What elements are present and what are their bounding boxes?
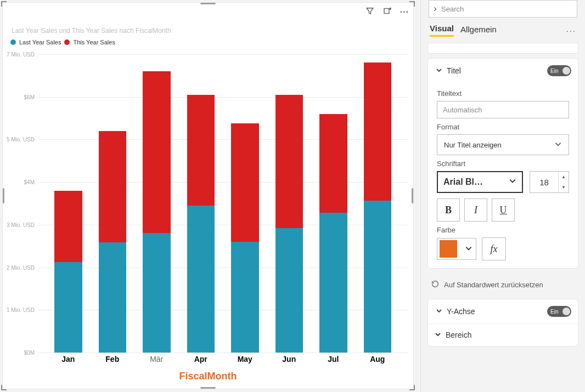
chart-title: Last Year Sales und This Year Sales nach… <box>12 27 171 35</box>
bar-segment-this-year[interactable] <box>187 95 215 206</box>
bar-segment-this-year[interactable] <box>231 123 259 242</box>
bar-segment-last-year[interactable] <box>143 233 171 353</box>
resize-handle-left[interactable] <box>3 188 4 203</box>
x-axis-tick: May <box>223 355 267 363</box>
titel-toggle[interactable]: Ein <box>547 65 571 76</box>
chevron-down-icon <box>435 307 443 316</box>
card-bereich-header[interactable]: Bereich <box>428 323 578 346</box>
resize-corner-br[interactable] <box>409 385 415 390</box>
chart-visual[interactable]: ··· Last Year Sales und This Year Sales … <box>2 2 414 389</box>
gridline <box>38 182 408 183</box>
collapsed-card-placeholder[interactable] <box>428 43 578 54</box>
bar-segment-last-year[interactable] <box>231 242 259 353</box>
x-axis-tick: Aug <box>356 355 400 363</box>
gridline <box>38 139 408 140</box>
bar-group[interactable]: Jun <box>275 50 303 353</box>
resize-corner-bl[interactable] <box>1 385 7 390</box>
bar-segment-last-year[interactable] <box>54 262 82 353</box>
format-pane: › Search Visual Allgemein ··· Titel Ein <box>420 0 585 392</box>
search-placeholder: Search <box>441 5 464 13</box>
bar-segment-this-year[interactable] <box>143 71 171 233</box>
color-swatch <box>440 240 457 258</box>
stepper-up[interactable]: ▲ <box>559 172 569 182</box>
underline-button[interactable]: U <box>492 198 515 221</box>
bar-group[interactable]: Feb <box>99 50 127 353</box>
card-titel-label: Titel <box>447 66 461 75</box>
format-label: Format <box>437 123 569 131</box>
y-axis-tick: $0M <box>6 350 35 356</box>
pane-more-icon[interactable]: ··· <box>566 26 576 35</box>
gridline <box>38 353 408 353</box>
stepper-down[interactable]: ▼ <box>559 182 569 192</box>
font-family-select[interactable]: Arial Bl… <box>437 171 523 193</box>
x-axis-tick: Mär <box>134 355 178 363</box>
focus-mode-icon[interactable] <box>383 6 392 18</box>
italic-button[interactable]: I <box>464 198 487 221</box>
card-y-achse: Y-Achse Ein Bereich <box>428 299 578 346</box>
gridline <box>38 268 408 268</box>
reset-icon <box>431 280 440 290</box>
titletext-input[interactable]: Automatisch <box>437 101 569 118</box>
gridline <box>38 310 408 310</box>
x-axis-tick: Jun <box>267 355 311 363</box>
bar-group[interactable]: Aug <box>364 50 392 353</box>
y-achse-toggle[interactable]: Ein <box>547 306 571 317</box>
bar-segment-last-year[interactable] <box>364 201 392 353</box>
toggle-label: Ein <box>550 68 558 74</box>
chart-plot-area: $0M1 Mio. USD2 Mio. USD3 Mio. USD$4M5 Mi… <box>38 50 408 353</box>
bar-segment-this-year[interactable] <box>275 95 303 228</box>
fx-button[interactable]: fx <box>482 237 506 260</box>
toggle-label: Ein <box>550 309 558 315</box>
bar-group[interactable]: May <box>231 50 259 353</box>
card-titel-header[interactable]: Titel Ein <box>428 59 578 83</box>
tab-general[interactable]: Allgemein <box>460 25 497 36</box>
bar-segment-last-year[interactable] <box>99 242 127 353</box>
legend-label-last-year: Last Year Sales <box>19 39 61 46</box>
card-titel: Titel Ein Titeltext Automatisch Format N… <box>428 58 578 269</box>
bold-button[interactable]: B <box>437 198 460 221</box>
color-picker[interactable] <box>437 238 476 260</box>
chevron-down-icon <box>435 331 441 339</box>
resize-handle-bottom[interactable] <box>200 387 216 389</box>
x-axis-tick: Feb <box>91 355 134 363</box>
bar-segment-this-year[interactable] <box>319 114 347 213</box>
bar-segment-last-year[interactable] <box>187 206 215 353</box>
stepper-buttons: ▲ ▼ <box>558 172 569 192</box>
bar-segment-last-year[interactable] <box>275 228 303 353</box>
gridline <box>38 225 408 225</box>
bar-segment-last-year[interactable] <box>319 213 347 353</box>
tab-visual[interactable]: Visual <box>430 24 454 37</box>
bar-segment-this-year[interactable] <box>99 131 127 243</box>
bar-group[interactable]: Apr <box>187 50 215 353</box>
toggle-knob <box>562 67 570 75</box>
format-select[interactable]: Nur Titel anzeigen <box>437 134 569 155</box>
resize-corner-tl[interactable] <box>1 1 7 7</box>
bar-group[interactable]: Jul <box>319 50 347 353</box>
resize-handle-right[interactable] <box>412 188 413 203</box>
bar-group[interactable]: Jan <box>54 50 82 353</box>
search-chevron-icon: › <box>429 4 441 14</box>
chevron-down-icon <box>465 245 476 254</box>
search-input[interactable]: › Search <box>429 0 577 18</box>
font-size-stepper[interactable]: 18 ▲ ▼ <box>530 171 569 193</box>
more-options-icon[interactable]: ··· <box>400 7 409 17</box>
bar-segment-this-year[interactable] <box>54 191 82 263</box>
card-y-achse-header[interactable]: Y-Achse Ein <box>428 299 578 323</box>
titletext-label: Titeltext <box>437 89 569 98</box>
font-size-value: 18 <box>530 178 558 187</box>
chart-legend: Last Year Sales This Year Sales <box>10 39 115 46</box>
y-axis-tick: 3 Mio. USD <box>6 221 35 228</box>
legend-label-this-year: This Year Sales <box>73 39 115 46</box>
reset-to-default[interactable]: Auf Standardwert zurücksetzen <box>425 273 581 294</box>
y-axis-tick: 1 Mio. USD <box>6 307 35 313</box>
chevron-down-icon <box>435 66 443 75</box>
legend-swatch-last-year <box>10 39 16 45</box>
filter-icon[interactable] <box>365 6 375 18</box>
y-axis-tick: $6M <box>6 94 35 100</box>
bar-group[interactable]: Mär <box>143 50 171 353</box>
card-y-achse-label: Y-Achse <box>447 307 475 316</box>
bar-segment-this-year[interactable] <box>364 63 392 201</box>
resize-corner-tr[interactable] <box>409 1 415 7</box>
font-family-value: Arial Bl… <box>443 177 483 187</box>
resize-handle-top[interactable] <box>200 3 216 4</box>
